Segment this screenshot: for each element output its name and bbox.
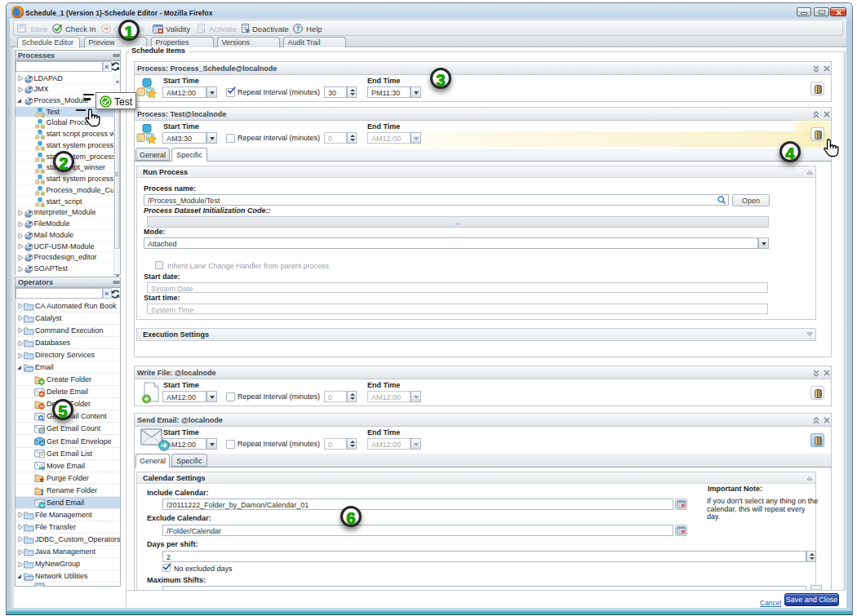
svg-text:?: ? [295, 24, 300, 33]
